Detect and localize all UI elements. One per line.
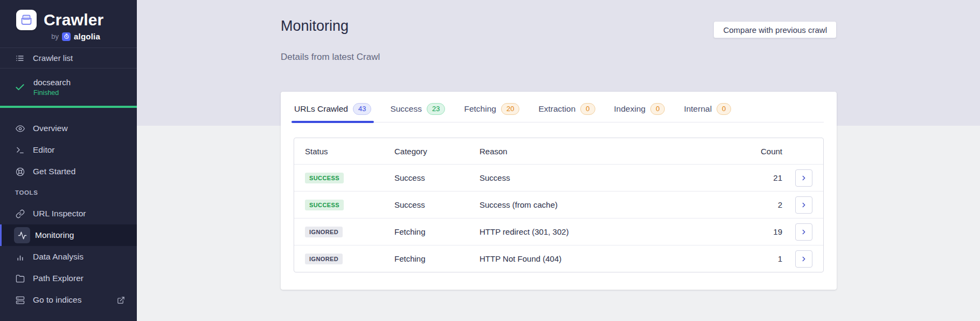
page-subtitle: Details from latest Crawl <box>281 52 380 63</box>
crawl-progress-bar <box>0 106 137 108</box>
sidebar-item-label: Editor <box>33 145 55 155</box>
tab-success[interactable]: Success 23 <box>390 103 446 122</box>
tab-label: Indexing <box>614 104 646 114</box>
app-title: Crawler <box>44 11 103 29</box>
sidebar-item-go-to-indices[interactable]: Go to indices <box>0 289 137 311</box>
row-expand-button[interactable] <box>795 169 812 187</box>
list-icon <box>16 54 24 63</box>
tab-bar: URLs Crawled 43 Success 23 Fetching 20 E… <box>294 103 824 122</box>
sidebar-nav: Overview Editor Get Started TOOLS <box>0 118 137 311</box>
tab-label: Fetching <box>464 104 496 114</box>
count-cell: 19 <box>745 227 782 236</box>
tab-extraction[interactable]: Extraction 0 <box>538 103 595 122</box>
table-header-row: Status Category Reason Count <box>294 138 823 164</box>
sidebar-item-label: Path Explorer <box>33 274 84 283</box>
crawl-status-table: Status Category Reason Count SUCCESS Suc… <box>294 138 824 272</box>
lifebuoy-icon <box>16 167 25 176</box>
tab-count-badge: 0 <box>650 103 665 115</box>
count-cell: 2 <box>745 200 782 209</box>
sidebar-item-editor[interactable]: Editor <box>0 139 137 161</box>
folder-icon <box>16 274 25 283</box>
link-icon <box>16 209 25 218</box>
sidebar-item-label: Get Started <box>33 167 75 176</box>
row-expand-button[interactable] <box>795 250 812 268</box>
tab-indexing[interactable]: Indexing 0 <box>614 103 666 122</box>
count-cell: 21 <box>745 173 782 182</box>
sidebar-item-data-analysis[interactable]: Data Analysis <box>0 246 137 268</box>
column-header-status: Status <box>305 147 394 156</box>
column-header-category: Category <box>394 147 479 156</box>
reason-cell: HTTP Not Found (404) <box>479 254 745 263</box>
monitoring-card: URLs Crawled 43 Success 23 Fetching 20 E… <box>281 92 837 290</box>
indices-icon <box>16 296 25 305</box>
status-badge: IGNORED <box>305 227 343 237</box>
crawl-status-block[interactable]: docsearch Finished <box>0 69 137 106</box>
crawl-state-label: Finished <box>33 89 71 97</box>
crawler-logo-icon <box>16 10 37 30</box>
crawler-list-label: Crawler list <box>33 53 73 63</box>
tab-count-badge: 43 <box>353 103 371 115</box>
tab-label: URLs Crawled <box>294 104 348 114</box>
compare-with-previous-crawl-button[interactable]: Compare with previous crawl <box>713 21 837 38</box>
crawler-logo: Crawler by algolia <box>0 0 137 47</box>
category-cell: Fetching <box>394 227 479 236</box>
status-badge: SUCCESS <box>305 173 344 183</box>
reason-cell: Success (from cache) <box>479 200 745 209</box>
reason-cell: Success <box>479 173 745 182</box>
table-row: SUCCESS Success Success 21 <box>294 164 823 191</box>
check-icon <box>15 82 25 93</box>
category-cell: Fetching <box>394 254 479 263</box>
status-badge: SUCCESS <box>305 200 344 210</box>
table-row: IGNORED Fetching HTTP Not Found (404) 1 <box>294 245 823 272</box>
sidebar-item-label: Overview <box>33 124 68 133</box>
sidebar-item-get-started[interactable]: Get Started <box>0 161 137 182</box>
column-header-reason: Reason <box>479 147 745 156</box>
bar-chart-icon <box>16 252 25 262</box>
tab-label: Extraction <box>538 104 575 114</box>
sidebar-item-overview[interactable]: Overview <box>0 118 137 139</box>
algolia-logo-icon <box>62 32 71 41</box>
row-expand-button[interactable] <box>795 196 812 214</box>
sidebar-item-label: Monitoring <box>35 230 74 240</box>
logo-by-text: by <box>51 32 59 40</box>
main-area: Monitoring Compare with previous crawl D… <box>137 0 980 321</box>
reason-cell: HTTP redirect (301, 302) <box>479 227 745 236</box>
tab-count-badge: 23 <box>427 103 445 115</box>
table-row: SUCCESS Success Success (from cache) 2 <box>294 191 823 218</box>
tab-count-badge: 20 <box>501 103 519 115</box>
sidebar-item-monitoring[interactable]: Monitoring <box>0 224 137 246</box>
tab-count-badge: 0 <box>580 103 595 115</box>
category-cell: Success <box>394 173 479 182</box>
page-title: Monitoring <box>281 18 349 35</box>
tab-urls-crawled[interactable]: URLs Crawled 43 <box>294 103 372 122</box>
crawl-name: docsearch <box>33 78 71 87</box>
tab-label: Success <box>390 104 422 114</box>
sidebar-item-label: URL Inspector <box>33 209 86 218</box>
sidebar-item-label: Data Analysis <box>33 252 84 262</box>
tools-section-header: TOOLS <box>0 182 137 203</box>
sidebar-item-path-explorer[interactable]: Path Explorer <box>0 268 137 289</box>
tab-label: Internal <box>684 104 712 114</box>
algolia-brand-text: algolia <box>74 32 100 41</box>
sidebar-item-url-inspector[interactable]: URL Inspector <box>0 203 137 224</box>
sidebar-item-label: Go to indices <box>33 295 81 305</box>
eye-icon <box>16 124 25 133</box>
column-header-count: Count <box>745 147 782 156</box>
sidebar: Crawler by algolia Crawler list <box>0 0 137 321</box>
count-cell: 1 <box>745 254 782 263</box>
tab-count-badge: 0 <box>717 103 731 115</box>
status-badge: IGNORED <box>305 254 343 264</box>
tab-fetching[interactable]: Fetching 20 <box>463 103 520 122</box>
external-link-icon <box>117 296 125 304</box>
table-row: IGNORED Fetching HTTP redirect (301, 302… <box>294 218 823 245</box>
terminal-icon <box>16 146 25 155</box>
category-cell: Success <box>394 200 479 209</box>
activity-icon <box>14 227 30 243</box>
tab-internal[interactable]: Internal 0 <box>683 103 732 122</box>
sidebar-item-crawler-list[interactable]: Crawler list <box>0 47 137 69</box>
row-expand-button[interactable] <box>795 223 812 241</box>
